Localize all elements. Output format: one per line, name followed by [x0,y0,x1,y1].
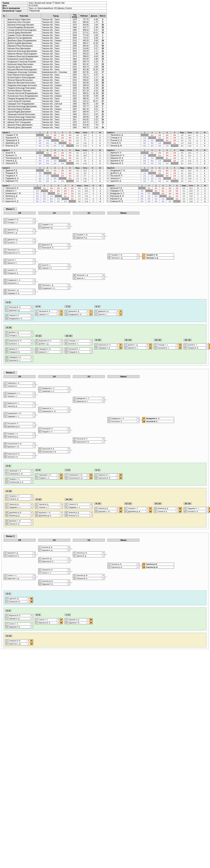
player-sets-score: 3 [137,254,139,256]
player-seed: 9 [38,264,41,267]
match-player-row: 5Даванов Р. Д.1 [73,236,104,239]
player-name: Щипачев Р. Д. [8,309,30,312]
match-player-row: 9Посохов М. П.3 [73,437,104,440]
participant-city: Томская обл., Томск [41,111,70,113]
participant-city: Томская обл., Томск [41,26,70,29]
group-score-cell: 2:3 [163,162,171,165]
group-player-number: 1 [2,169,5,172]
player-sets-score: 3 [67,264,70,267]
group-score-cell: 0:3 [34,197,41,200]
match-player-row: 3Клименко В. В.341 [5,640,33,642]
group-player-name: Твеленев Ф. И. [5,187,34,190]
participant-number: 12 [2,47,7,50]
group-score-cell: 3:1 [171,177,178,180]
group-score-cell: 2:3 [166,200,173,203]
group-opponent-number-header: 3 [51,167,59,169]
player-sets-score: 3 [102,234,104,236]
match-player-row: 6Кутиков К. А.0 [4,241,35,244]
group-player-number: 1 [106,134,110,136]
participant-city: Томская обл., Томск [41,87,70,89]
group-score-cell: 3:0 [171,139,178,142]
player-sets-score: 3 [67,284,70,287]
player-name: Пардаева А. А. [7,415,33,418]
group-score-cell: 3:0 [171,134,178,136]
group-player-number: 5 [106,197,110,200]
match-player-row: 13Кондрашов С. И.2 [5,317,33,320]
participant-name: Глинов Владимир Валерьевич [7,26,41,29]
group-stat-cell: 4:0 [178,169,186,172]
participant-rating: 329.09 [79,50,89,53]
group-stat-cell: 5 [201,180,209,182]
participant-delta: -9.40 [89,95,99,97]
participant-year: 1982 [70,113,79,116]
group-score-cell: 3:0 [163,134,171,136]
group-stat-cell: 5 [89,159,96,162]
group-score-cell: 0:3 [44,142,51,144]
participant-delta: 2.39 [89,102,99,105]
player-seed: 14 [65,348,68,350]
participant-city: Томская обл., Томск [41,100,70,102]
match-box: 6Кутиков К. А.31512Ромадов В. В.016 [184,343,210,349]
player-sets-score: 3 [33,228,35,231]
group-score-cell: 2:3 [141,175,148,177]
round-header: 1/8 [4,375,36,378]
player-sets-score: 3 [116,344,119,346]
group-stat-cell: 15:2 [187,187,194,190]
match-player-row: 14Корсаков М. А.214 [154,346,182,349]
group-stat-cell: 12:0 [81,134,89,136]
player-name: Кутиков К. А. [68,342,90,345]
participant-place: 6 [99,18,107,21]
group-score-cell [141,134,148,136]
place-badge: 31 [208,507,210,510]
group-table-body: Группа 412345ИгрыСетыОМ1Аминов Н. Р.3:23… [106,149,209,165]
group-score-cell: 3:0 [66,157,74,159]
match-player-row: 5Кириенко М. А.3 [38,407,70,410]
player-sets-score: 3 [30,511,33,514]
match-player-row: 13Кондрашов С. И.0 [38,287,70,289]
player-sets-score: 3 [67,557,70,560]
participant-rating: 298.63 [79,55,89,58]
group-stat-header: М [97,184,104,187]
participant-delta: 3.77 [89,111,99,113]
group-stat-cell: 7 [193,172,201,175]
group-stat-header: Игры [180,184,187,187]
player-name: Пардаева А. А. [187,507,205,510]
group-stat-cell: 6 [89,175,96,177]
player-sets-score: 1 [30,359,33,362]
group-player-number: 4 [2,177,5,180]
player-name: Борисенко И. О. [98,344,116,346]
group-score-cell: 0:3 [41,195,48,197]
group-score-cell [51,139,59,142]
participant-rating: 431.99 [79,87,89,89]
participant-name: Сагата Алексей Сергеевич [7,100,41,102]
participant-row: 13Кириллов Александр ДмитриевичТомская о… [2,50,107,53]
tournament-date: 26.10.2025 [28,4,107,7]
player-seed: 9 [4,422,7,425]
group-player-name: Карнаев И. Д. [109,197,139,200]
player-seed: 11 [35,477,38,479]
player-name: Кожевников С. Ю. [7,412,33,415]
match-player-row: 12Ромадов В. В.0 [65,350,92,353]
player-sets-score: 2 [176,347,178,349]
participant-rating: 690.56 [79,21,89,24]
player-name: Долбня А. Д. [7,231,33,234]
player-seed: 9 [73,437,76,440]
group-opponent-number-header: 4 [159,184,166,187]
group-stat-header: М [96,149,104,152]
match-player-row: 2Карнаев И. Д.339 [65,618,92,621]
champion-name: Грязнов Д. М. [146,563,174,566]
consolation-section-title: 13 - 14 [154,502,162,505]
match-player-row: 10Дерябкина Д. В.128 [124,510,152,513]
player-name: Чеканов А. Г. [8,495,30,498]
match-box: 1Гущавин П. М.33Щипачев Р. Д.0 [38,223,70,229]
champion-column: 17Кравдушин А. С.18Посохов М. П. [142,379,174,460]
participant-place: 34 [99,66,107,68]
player-name: Шмаков О. Г. [38,351,60,353]
match-player-row: 13Кондрашов С. И.18 [65,313,92,316]
group-score-cell: 0:3 [139,200,146,203]
place-badge: 11 [149,344,152,346]
group-table-body: Группа 312345ИгрыСетыОМ1Кузин М. А.3:13:… [2,149,104,165]
group-player-row: 4Яковлев Д. Д.0:30:31:33:13:02:37:1074 [2,195,104,197]
player-seed: 8 [5,339,8,342]
match-player-row: 4Удалов В. Д.335 [5,597,33,600]
